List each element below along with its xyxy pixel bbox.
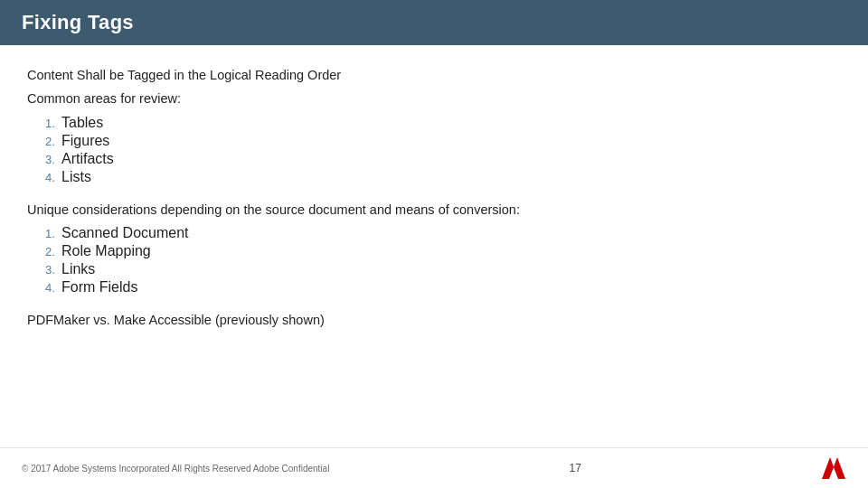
list-number: 4.: [27, 281, 61, 295]
list-text: Tables: [61, 115, 103, 131]
section-spacer: [27, 191, 841, 196]
content-line-2: Common areas for review:: [27, 89, 841, 108]
content-line-4: PDFMaker vs. Make Accessible (previously…: [27, 310, 841, 330]
list-text: Lists: [61, 169, 91, 185]
content-line-1: Content Shall be Tagged in the Logical R…: [27, 65, 841, 85]
adobe-logo-svg: [822, 457, 845, 479]
slide-title: Fixing Tags: [22, 11, 134, 34]
slide: Fixing Tags Content Shall be Tagged in t…: [0, 0, 868, 488]
list-number: 4.: [27, 171, 61, 184]
content-line-3: Unique considerations depending on the s…: [27, 200, 841, 220]
list-number: 1.: [27, 117, 61, 130]
list-item: 4. Lists: [27, 169, 841, 185]
list-item: 2. Figures: [27, 133, 841, 149]
list-item: 3. Artifacts: [27, 151, 841, 167]
list-item: 3. Links: [27, 261, 841, 277]
section-spacer: [27, 301, 841, 306]
footer-page-number: 17: [570, 462, 581, 474]
list-text: Form Fields: [61, 279, 137, 296]
footer-copyright: © 2017 Adobe Systems Incorporated All Ri…: [22, 464, 329, 474]
list-number: 3.: [27, 263, 61, 277]
list-2: 1. Scanned Document 2. Role Mapping 3. L…: [27, 225, 841, 296]
list-number: 2.: [27, 245, 61, 258]
list-text: Figures: [61, 133, 109, 149]
list-text: Links: [61, 261, 95, 277]
list-text: Artifacts: [61, 151, 114, 167]
list-item: 4. Form Fields: [27, 279, 841, 296]
adobe-logo-icon: [821, 455, 846, 481]
list-text: Scanned Document: [61, 225, 189, 241]
list-number: 2.: [27, 135, 61, 148]
list-item: 1. Tables: [27, 115, 841, 131]
list-number: 1.: [27, 227, 61, 240]
list-1: 1. Tables 2. Figures 3. Artifacts 4. Lis…: [27, 115, 841, 185]
list-text: Role Mapping: [61, 243, 151, 259]
slide-header: Fixing Tags: [0, 0, 868, 45]
list-item: 2. Role Mapping: [27, 243, 841, 259]
list-item: 1. Scanned Document: [27, 225, 841, 241]
slide-footer: © 2017 Adobe Systems Incorporated All Ri…: [0, 447, 868, 488]
list-number: 3.: [27, 153, 61, 166]
slide-content: Content Shall be Tagged in the Logical R…: [0, 45, 868, 447]
